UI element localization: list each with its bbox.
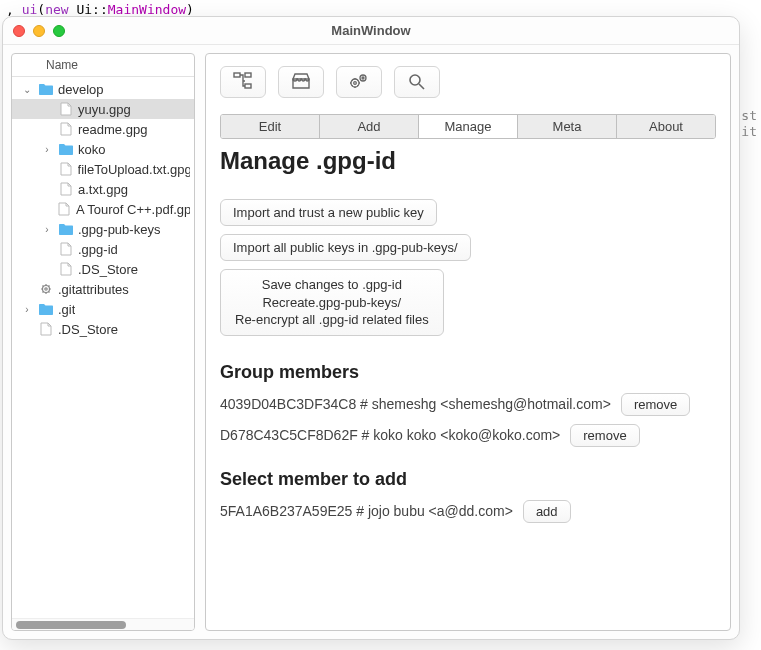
main-window: MainWindow Name ⌄developyuyu.gpgreadme.g… [2, 16, 740, 640]
tab-edit[interactable]: Edit [221, 115, 320, 138]
file-icon [58, 162, 74, 176]
tree-item-label: A Tourof C++.pdf.gpg [76, 202, 190, 217]
folder-icon [58, 142, 74, 156]
disclosure-collapsed-icon[interactable]: › [40, 144, 54, 155]
tree-row[interactable]: A Tourof C++.pdf.gpg [12, 199, 194, 219]
tree-row[interactable]: readme.gpg [12, 119, 194, 139]
disclosure-collapsed-icon[interactable]: › [40, 224, 54, 235]
tree-item-label: fileToUpload.txt.gpg [78, 162, 190, 177]
tree-row[interactable]: a.txt.gpg [12, 179, 194, 199]
svg-rect-4 [245, 84, 251, 88]
group-members-heading: Group members [220, 362, 716, 383]
tree-item-label: .DS_Store [58, 322, 118, 337]
tab-manage[interactable]: Manage [419, 115, 518, 138]
tree-row[interactable]: .DS_Store [12, 259, 194, 279]
toolbar [220, 66, 716, 98]
import-all-button[interactable]: Import all public keys in .gpg-pub-keys/ [220, 234, 471, 261]
titlebar[interactable]: MainWindow [3, 17, 739, 45]
tree-icon [233, 72, 253, 93]
file-icon [58, 242, 74, 256]
save-block-line: Re-encrypt all .gpg-id related files [235, 311, 429, 329]
tree-row[interactable]: fileToUpload.txt.gpg [12, 159, 194, 179]
tree-column-header[interactable]: Name [12, 54, 194, 77]
member-row: 4039D04BC3DF34C8 # shemeshg <shemeshg@ho… [220, 393, 716, 416]
editor-background-fragment: st it [741, 108, 757, 140]
save-recreate-reencrypt-button[interactable]: Save changes to .gpg-idRecreate.gpg-pub-… [220, 269, 444, 336]
toolbar-settings-button[interactable] [336, 66, 382, 98]
tree-item-label: .gpg-pub-keys [78, 222, 160, 237]
tree-row[interactable]: ›koko [12, 139, 194, 159]
svg-point-1 [45, 288, 47, 290]
file-icon [58, 102, 74, 116]
gear-icon [38, 282, 54, 296]
folder-icon [38, 82, 54, 96]
file-tree-panel: Name ⌄developyuyu.gpgreadme.gpg›kokofile… [11, 53, 195, 631]
member-text: 4039D04BC3DF34C8 # shemeshg <shemeshg@ho… [220, 396, 611, 412]
tree-item-label: koko [78, 142, 105, 157]
tree-item-label: yuyu.gpg [78, 102, 131, 117]
toolbar-search-button[interactable] [394, 66, 440, 98]
file-icon [57, 202, 72, 216]
tab-about[interactable]: About [617, 115, 715, 138]
tree-item-label: a.txt.gpg [78, 182, 128, 197]
scrollbar-thumb[interactable] [16, 621, 126, 629]
import-trust-button[interactable]: Import and trust a new public key [220, 199, 437, 226]
tree-item-label: .git [58, 302, 75, 317]
disclosure-collapsed-icon[interactable]: › [20, 304, 34, 315]
file-icon [58, 262, 74, 276]
content-panel: EditAddManageMetaAbout Manage .gpg-id Im… [205, 53, 731, 631]
file-icon [58, 122, 74, 136]
toolbar-store-button[interactable] [278, 66, 324, 98]
magnifier-icon [407, 72, 427, 93]
window-title: MainWindow [3, 23, 739, 38]
candidate-text: 5FA1A6B237A59E25 # jojo bubu <a@dd.com> [220, 503, 513, 519]
svg-point-8 [362, 77, 364, 79]
tree-row[interactable]: ⌄develop [12, 79, 194, 99]
tree-item-label: readme.gpg [78, 122, 147, 137]
svg-point-6 [354, 81, 357, 84]
tree-item-label: develop [58, 82, 104, 97]
member-row: D678C43C5CF8D62F # koko koko <koko@koko.… [220, 424, 716, 447]
svg-point-0 [43, 286, 50, 293]
save-block-line: Save changes to .gpg-id [235, 276, 429, 294]
tab-add[interactable]: Add [320, 115, 419, 138]
tree-row[interactable]: ›.gpg-pub-keys [12, 219, 194, 239]
tree-row[interactable]: yuyu.gpg [12, 99, 194, 119]
file-tree[interactable]: ⌄developyuyu.gpgreadme.gpg›kokofileToUpl… [12, 77, 194, 618]
page-title: Manage .gpg-id [220, 147, 716, 175]
tree-item-label: .DS_Store [78, 262, 138, 277]
member-text: D678C43C5CF8D62F # koko koko <koko@koko.… [220, 427, 560, 443]
svg-rect-3 [245, 73, 251, 77]
toolbar-tree-button[interactable] [220, 66, 266, 98]
storefront-icon [291, 72, 311, 93]
tree-horizontal-scrollbar[interactable] [12, 618, 194, 630]
tree-item-label: .gpg-id [78, 242, 118, 257]
tab-bar: EditAddManageMetaAbout [220, 114, 716, 139]
folder-icon [58, 222, 74, 236]
select-member-heading: Select member to add [220, 469, 716, 490]
remove-button[interactable]: remove [621, 393, 690, 416]
file-icon [58, 182, 74, 196]
tab-meta[interactable]: Meta [518, 115, 617, 138]
gears-icon [348, 72, 370, 93]
tree-item-label: .gitattributes [58, 282, 129, 297]
disclosure-expanded-icon[interactable]: ⌄ [20, 84, 34, 95]
folder-icon [38, 302, 54, 316]
add-button[interactable]: add [523, 500, 571, 523]
save-block-line: Recreate.gpg-pub-keys/ [235, 294, 429, 312]
remove-button[interactable]: remove [570, 424, 639, 447]
candidate-row: 5FA1A6B237A59E25 # jojo bubu <a@dd.com>a… [220, 500, 716, 523]
tree-row[interactable]: ›.git [12, 299, 194, 319]
tree-row[interactable]: .gpg-id [12, 239, 194, 259]
tree-row[interactable]: .DS_Store [12, 319, 194, 339]
file-icon [38, 322, 54, 336]
tree-row[interactable]: .gitattributes [12, 279, 194, 299]
svg-rect-2 [234, 73, 240, 77]
svg-point-9 [410, 75, 420, 85]
svg-point-7 [360, 75, 366, 81]
